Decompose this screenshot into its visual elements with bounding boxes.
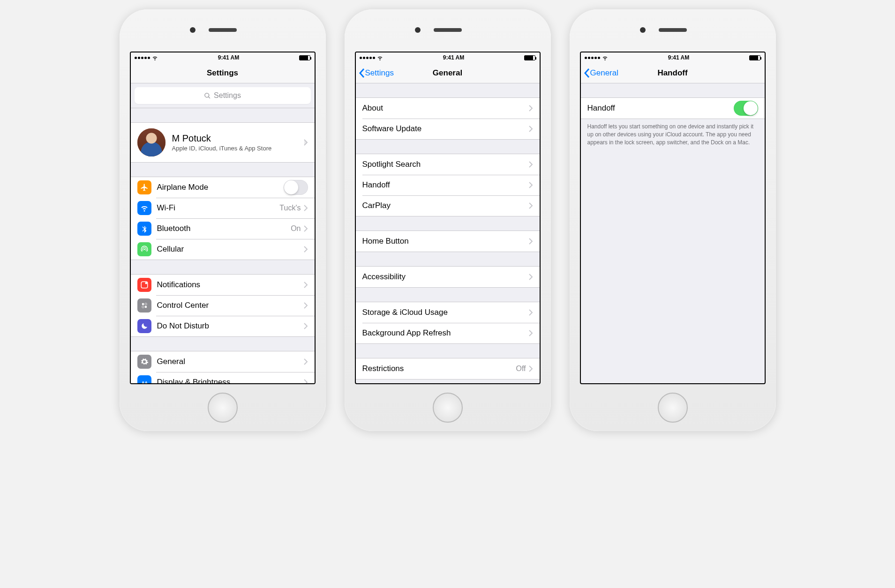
control-center-label: Control Center — [157, 301, 304, 310]
notifications-label: Notifications — [157, 280, 304, 290]
airplane-mode-label: Airplane Mode — [157, 183, 284, 192]
cellular-cell[interactable]: Cellular — [131, 239, 315, 260]
accessibility-cell[interactable]: Accessibility — [356, 267, 540, 287]
signal-strength-icon — [135, 57, 150, 59]
avatar — [137, 128, 165, 156]
storage-cell[interactable]: Storage & iCloud Usage — [356, 302, 540, 323]
restrictions-cell[interactable]: Restrictions Off — [356, 358, 540, 379]
screen-general: 9:41 AM Settings General About Software … — [355, 52, 541, 384]
cellular-label: Cellular — [157, 245, 304, 254]
chevron-right-icon — [304, 139, 308, 146]
status-time: 9:41 AM — [443, 54, 465, 61]
general-cell[interactable]: General — [131, 351, 315, 372]
wifi-icon — [152, 55, 158, 61]
nav-bar: Settings — [131, 63, 315, 83]
spotlight-label: Spotlight Search — [362, 160, 529, 169]
background-refresh-label: Background App Refresh — [362, 328, 529, 338]
display-brightness-label: Display & Brightness — [157, 378, 304, 383]
display-brightness-cell[interactable]: AA Display & Brightness — [131, 372, 315, 383]
bluetooth-cell[interactable]: Bluetooth On — [131, 218, 315, 239]
screen-settings: 9:41 AM Settings Settings M Potuck — [130, 52, 316, 384]
airplane-icon — [137, 180, 151, 194]
search-input[interactable]: Settings — [135, 87, 311, 104]
bluetooth-detail: On — [291, 224, 301, 233]
control-center-icon — [137, 298, 151, 313]
battery-icon — [749, 55, 760, 60]
search-icon — [204, 92, 211, 99]
back-button[interactable]: Settings — [359, 63, 394, 83]
accessibility-label: Accessibility — [362, 272, 529, 282]
home-button[interactable] — [658, 393, 688, 423]
handoff-cell[interactable]: Handoff — [356, 175, 540, 195]
svg-rect-4 — [144, 303, 147, 305]
gear-icon — [137, 355, 151, 369]
home-button-cell[interactable]: Home Button — [356, 231, 540, 252]
status-bar: 9:41 AM — [356, 52, 540, 63]
carplay-label: CarPlay — [362, 201, 529, 210]
airplane-mode-cell[interactable]: Airplane Mode — [131, 177, 315, 198]
chevron-right-icon — [529, 182, 533, 188]
profile-subtitle: Apple ID, iCloud, iTunes & App Store — [172, 145, 304, 152]
nav-title: Settings — [207, 68, 238, 78]
control-center-cell[interactable]: Control Center — [131, 295, 315, 316]
home-button[interactable] — [208, 393, 238, 423]
wifi-detail: Tuck's — [279, 204, 301, 212]
status-time: 9:41 AM — [668, 54, 690, 61]
notifications-cell[interactable]: Notifications — [131, 275, 315, 295]
chevron-right-icon — [304, 282, 308, 288]
about-cell[interactable]: About — [356, 98, 540, 119]
wifi-icon — [377, 55, 383, 61]
phone-device-1: 9:41 AM Settings Settings M Potuck — [120, 9, 326, 431]
spotlight-search-cell[interactable]: Spotlight Search — [356, 154, 540, 175]
home-button[interactable] — [433, 393, 463, 423]
chevron-left-icon — [359, 68, 365, 78]
airplane-mode-toggle[interactable] — [284, 180, 308, 195]
profile-name: M Potuck — [172, 133, 304, 144]
chevron-right-icon — [304, 246, 308, 253]
nav-bar: General Handoff — [581, 63, 765, 83]
apple-id-cell[interactable]: M Potuck Apple ID, iCloud, iTunes & App … — [131, 123, 315, 162]
phone-device-3: 9:41 AM General Handoff Handoff Handoff … — [570, 9, 776, 431]
do-not-disturb-cell[interactable]: Do Not Disturb — [131, 316, 315, 336]
chevron-right-icon — [529, 105, 533, 112]
wifi-label: Wi-Fi — [157, 203, 280, 213]
chevron-right-icon — [529, 126, 533, 132]
handoff-toggle[interactable] — [734, 101, 758, 116]
back-button[interactable]: General — [584, 63, 618, 83]
search-placeholder: Settings — [214, 91, 241, 100]
svg-point-1 — [145, 282, 147, 284]
chevron-right-icon — [304, 379, 308, 383]
bluetooth-label: Bluetooth — [157, 224, 291, 233]
chevron-right-icon — [529, 238, 533, 245]
chevron-right-icon — [529, 202, 533, 209]
wifi-cell-icon — [137, 201, 151, 215]
general-label: General — [157, 357, 304, 366]
status-bar: 9:41 AM — [581, 52, 765, 63]
storage-label: Storage & iCloud Usage — [362, 308, 529, 317]
handoff-label: Handoff — [362, 180, 529, 190]
signal-strength-icon — [360, 57, 375, 59]
home-button-label: Home Button — [362, 237, 529, 246]
back-label: Settings — [365, 68, 394, 78]
background-refresh-cell[interactable]: Background App Refresh — [356, 323, 540, 343]
handoff-toggle-cell[interactable]: Handoff — [581, 98, 765, 119]
svg-text:AA: AA — [142, 380, 148, 383]
battery-icon — [524, 55, 535, 60]
nav-bar: Settings General — [356, 63, 540, 83]
notifications-icon — [137, 278, 151, 292]
carplay-cell[interactable]: CarPlay — [356, 195, 540, 216]
bluetooth-icon — [137, 222, 151, 236]
battery-icon — [299, 55, 310, 60]
chevron-right-icon — [529, 274, 533, 280]
chevron-right-icon — [304, 323, 308, 329]
software-update-label: Software Update — [362, 124, 529, 134]
wifi-cell[interactable]: Wi-Fi Tuck's — [131, 198, 315, 218]
chevron-right-icon — [304, 302, 308, 309]
chevron-right-icon — [529, 161, 533, 168]
nav-title: Handoff — [657, 68, 687, 78]
chevron-left-icon — [584, 68, 590, 78]
moon-icon — [137, 319, 151, 333]
nav-title: General — [433, 68, 462, 78]
wifi-icon — [602, 55, 608, 61]
software-update-cell[interactable]: Software Update — [356, 119, 540, 139]
